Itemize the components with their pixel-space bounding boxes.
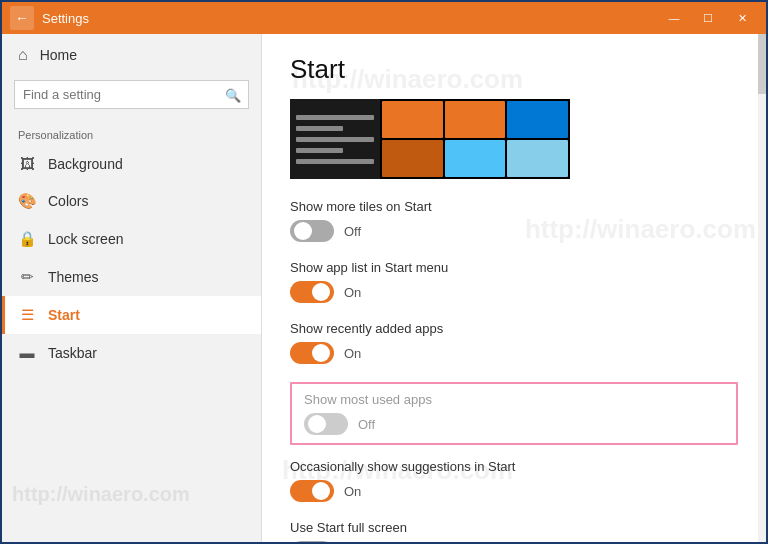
preview-line-2 xyxy=(296,126,343,131)
toggle-state-show-app-list: On xyxy=(344,285,361,300)
preview-line-3 xyxy=(296,137,374,142)
maximize-button[interactable]: ☐ xyxy=(692,2,724,34)
toggle-show-most-used[interactable] xyxy=(304,413,348,435)
start-icon: ☰ xyxy=(18,306,36,324)
toggle-show-recently-added[interactable] xyxy=(290,342,334,364)
setting-show-recently-added: Show recently added apps On xyxy=(290,321,738,364)
sidebar-section-label: Personalization xyxy=(2,121,261,145)
page-title: Start xyxy=(290,54,738,85)
titlebar: ← Settings — ☐ ✕ xyxy=(2,2,766,34)
tile-4 xyxy=(382,140,443,177)
toggle-show-suggestions[interactable] xyxy=(290,480,334,502)
home-icon: ⌂ xyxy=(18,46,28,64)
toggle-knob-show-recently-added xyxy=(312,344,330,362)
search-icon: 🔍 xyxy=(225,87,241,102)
toggle-row-show-more-tiles: Off xyxy=(290,220,738,242)
start-preview xyxy=(290,99,570,179)
search-box: 🔍 xyxy=(14,80,249,109)
preview-line-1 xyxy=(296,115,374,120)
back-button[interactable]: ← xyxy=(10,6,34,30)
sidebar-item-label-colors: Colors xyxy=(48,193,88,209)
colors-icon: 🎨 xyxy=(18,192,36,210)
tile-1 xyxy=(382,101,443,138)
sidebar-item-label-lock-screen: Lock screen xyxy=(48,231,123,247)
main-content: http://winaero.com http://winaero.com ht… xyxy=(262,34,766,544)
toggle-state-show-recently-added: On xyxy=(344,346,361,361)
scrollbar-thumb[interactable] xyxy=(758,34,766,94)
taskbar-icon: ▬ xyxy=(18,344,36,361)
sidebar-item-start[interactable]: ☰ Start xyxy=(2,296,261,334)
search-input[interactable] xyxy=(14,80,249,109)
toggle-row-show-app-list: On xyxy=(290,281,738,303)
toggle-show-more-tiles[interactable] xyxy=(290,220,334,242)
toggle-knob-show-app-list xyxy=(312,283,330,301)
sidebar-item-label-taskbar: Taskbar xyxy=(48,345,97,361)
watermark-sidebar: http://winaero.com xyxy=(12,483,190,506)
toggle-state-show-suggestions: On xyxy=(344,484,361,499)
setting-label-use-full-screen: Use Start full screen xyxy=(290,520,738,535)
sidebar: ⌂ Home 🔍 Personalization 🖼 Background 🎨 … xyxy=(2,34,262,544)
toggle-state-show-more-tiles: Off xyxy=(344,224,361,239)
window-title: Settings xyxy=(42,11,658,26)
setting-show-suggestions: Occasionally show suggestions in Start O… xyxy=(290,459,738,502)
sidebar-item-taskbar[interactable]: ▬ Taskbar xyxy=(2,334,261,371)
tile-5 xyxy=(445,140,506,177)
sidebar-item-colors[interactable]: 🎨 Colors xyxy=(2,182,261,220)
toggle-show-app-list[interactable] xyxy=(290,281,334,303)
sidebar-home-label: Home xyxy=(40,47,77,63)
lock-icon: 🔒 xyxy=(18,230,36,248)
setting-show-app-list: Show app list in Start menu On xyxy=(290,260,738,303)
sidebar-item-lock-screen[interactable]: 🔒 Lock screen xyxy=(2,220,261,258)
sidebar-item-label-themes: Themes xyxy=(48,269,99,285)
sidebar-item-label-background: Background xyxy=(48,156,123,172)
sidebar-item-home[interactable]: ⌂ Home xyxy=(2,34,261,76)
scrollbar-track xyxy=(758,34,766,544)
setting-show-most-used: Show most used apps Off xyxy=(290,382,738,445)
background-icon: 🖼 xyxy=(18,155,36,172)
toggle-knob-show-suggestions xyxy=(312,482,330,500)
toggle-row-show-recently-added: On xyxy=(290,342,738,364)
setting-use-full-screen: Use Start full screen Off xyxy=(290,520,738,544)
setting-label-show-app-list: Show app list in Start menu xyxy=(290,260,738,275)
tile-6 xyxy=(507,140,568,177)
toggle-row-show-suggestions: On xyxy=(290,480,738,502)
themes-icon: ✏ xyxy=(18,268,36,286)
toggle-state-show-most-used: Off xyxy=(358,417,375,432)
setting-show-more-tiles: Show more tiles on Start Off xyxy=(290,199,738,242)
close-button[interactable]: ✕ xyxy=(726,2,758,34)
minimize-button[interactable]: — xyxy=(658,2,690,34)
toggle-knob-show-more-tiles xyxy=(294,222,312,240)
tile-3 xyxy=(507,101,568,138)
sidebar-item-label-start: Start xyxy=(48,307,80,323)
preview-tiles xyxy=(380,99,570,179)
setting-label-show-suggestions: Occasionally show suggestions in Start xyxy=(290,459,738,474)
toggle-row-show-most-used: Off xyxy=(304,413,724,435)
preview-left-panel xyxy=(290,99,380,179)
sidebar-item-themes[interactable]: ✏ Themes xyxy=(2,258,261,296)
toggle-knob-show-most-used xyxy=(308,415,326,433)
sidebar-item-background[interactable]: 🖼 Background xyxy=(2,145,261,182)
setting-label-show-recently-added: Show recently added apps xyxy=(290,321,738,336)
preview-line-4 xyxy=(296,148,343,153)
window-controls: — ☐ ✕ xyxy=(658,2,758,34)
setting-label-show-most-used: Show most used apps xyxy=(304,392,724,407)
preview-line-5 xyxy=(296,159,374,164)
tile-2 xyxy=(445,101,506,138)
app-body: ⌂ Home 🔍 Personalization 🖼 Background 🎨 … xyxy=(2,34,766,544)
setting-label-show-more-tiles: Show more tiles on Start xyxy=(290,199,738,214)
